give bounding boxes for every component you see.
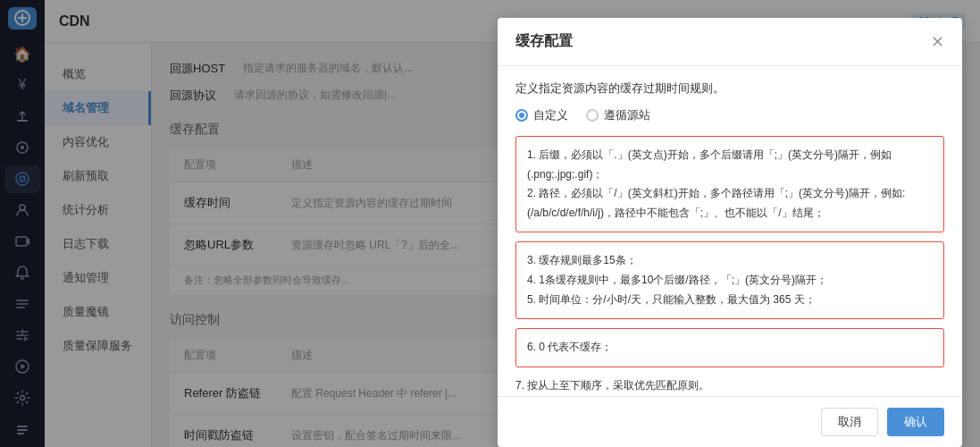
dialog-body: 定义指定资源内容的缓存过期时间规则。 自定义 遵循源站 1. 后缀，必须以「.」… bbox=[498, 66, 962, 396]
radio-follow-dot bbox=[586, 109, 599, 122]
rule-2-line-1: 3. 缓存规则最多15条； bbox=[527, 251, 933, 271]
radio-follow[interactable]: 遵循源站 bbox=[586, 107, 650, 123]
radio-follow-label: 遵循源站 bbox=[604, 107, 650, 123]
cancel-button[interactable]: 取消 bbox=[821, 408, 878, 436]
rule-2-line-2: 4. 1条缓存规则中，最多10个后缀/路径，「;」(英文分号)隔开； bbox=[527, 271, 933, 291]
rule-1-line-2: 2. 路径，必须以「/」(英文斜杠)开始，多个路径请用「;」(英文分号)隔开，例… bbox=[527, 184, 933, 223]
radio-custom-label: 自定义 bbox=[533, 107, 568, 123]
rule-box-2: 3. 缓存规则最多15条； 4. 1条缓存规则中，最多10个后缀/路径，「;」(… bbox=[515, 241, 944, 319]
cache-mode-radio-group: 自定义 遵循源站 bbox=[515, 107, 944, 123]
dialog-subtitle: 定义指定资源内容的缓存过期时间规则。 bbox=[515, 80, 944, 97]
dialog-close-button[interactable]: ✕ bbox=[931, 34, 944, 50]
rule-1-line-1: 1. 后缀，必须以「.」(英文点)开始，多个后缀请用「;」(英文分号)隔开，例如… bbox=[527, 146, 933, 184]
rule-7-text: 7. 按从上至下顺序，采取优先匹配原则。 bbox=[515, 376, 944, 396]
rule-2-line-3: 5. 时间单位：分/小时/天，只能输入整数，最大值为 365 天； bbox=[527, 291, 933, 310]
radio-custom-dot bbox=[515, 109, 528, 122]
confirm-button[interactable]: 确认 bbox=[887, 408, 944, 436]
cache-config-dialog: 缓存配置 ✕ 定义指定资源内容的缓存过期时间规则。 自定义 遵循源站 1. 后缀… bbox=[498, 18, 962, 447]
radio-custom[interactable]: 自定义 bbox=[515, 107, 568, 123]
dialog-overlay: 缓存配置 ✕ 定义指定资源内容的缓存过期时间规则。 自定义 遵循源站 1. 后缀… bbox=[0, 0, 980, 447]
dialog-header: 缓存配置 ✕ bbox=[498, 18, 962, 66]
dialog-title: 缓存配置 bbox=[515, 32, 573, 51]
rule-box-3: 6. 0 代表不缓存； bbox=[515, 328, 944, 367]
rule-3-line-1: 6. 0 代表不缓存； bbox=[527, 338, 933, 358]
rule-box-1: 1. 后缀，必须以「.」(英文点)开始，多个后缀请用「;」(英文分号)隔开，例如… bbox=[515, 136, 944, 232]
dialog-footer: 取消 确认 bbox=[498, 396, 962, 447]
